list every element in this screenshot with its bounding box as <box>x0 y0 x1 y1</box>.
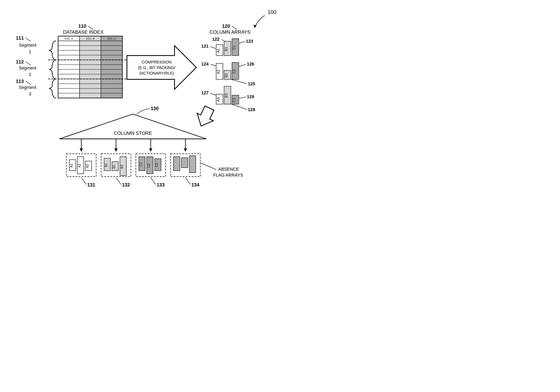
b1-label: B1 <box>224 47 228 51</box>
ref-124-line <box>210 64 216 66</box>
group-133-bars: C1 C2 C3 <box>139 157 161 174</box>
ref-124: 124 <box>201 61 209 66</box>
svg-rect-22 <box>80 74 101 79</box>
b3-label: B3 <box>224 93 228 98</box>
absence-flag-line1: ABSENCE <box>218 167 239 171</box>
segment-3-label: Segment <box>19 85 36 90</box>
a1-label: A1 <box>216 48 220 53</box>
ref-111: 111 <box>16 35 24 41</box>
a2-label: A2 <box>216 70 220 74</box>
svg-rect-25 <box>80 89 101 93</box>
compression-line3: DICTIONARY/RLE) <box>140 71 174 75</box>
ref-126: 126 <box>247 61 254 66</box>
svg-rect-34 <box>101 74 122 79</box>
c1-label: C1 <box>232 45 236 50</box>
svg-rect-18 <box>80 55 101 60</box>
g131-a2: A2 <box>78 164 81 168</box>
svg-rect-28 <box>101 46 122 50</box>
ref-122-line <box>222 40 225 42</box>
svg-rect-38 <box>101 93 122 98</box>
ref-131: 131 <box>87 182 95 188</box>
ref-133-line <box>151 178 156 184</box>
ref-125-line <box>231 79 247 84</box>
diagram-canvas: 100 110 DATABASE INDEX COL. A COL. B COL… <box>0 0 293 206</box>
figure-arrow <box>255 15 265 28</box>
svg-rect-7 <box>58 60 80 65</box>
svg-marker-54 <box>80 148 83 152</box>
g132-b3: B3 <box>120 165 124 169</box>
svg-rect-8 <box>58 65 80 70</box>
svg-rect-26 <box>80 93 101 98</box>
ref-129-line <box>239 97 246 98</box>
compression-line1: COMPRESSION <box>142 60 171 64</box>
svg-rect-12 <box>58 84 80 89</box>
svg-rect-9 <box>58 70 80 74</box>
g132-b1: B1 <box>104 163 108 167</box>
g133-c1: C1 <box>139 162 143 166</box>
ref-112: 112 <box>16 59 24 64</box>
ref-128: 128 <box>248 107 255 112</box>
ref-128-line <box>231 104 247 110</box>
svg-rect-14 <box>58 93 80 98</box>
ref-123-line <box>239 41 245 43</box>
b2-label: B2 <box>224 73 228 78</box>
ref-120: 120 <box>222 23 230 29</box>
ref-110: 110 <box>78 23 86 29</box>
ref-121: 121 <box>201 44 209 49</box>
svg-rect-33 <box>101 70 122 74</box>
svg-marker-60 <box>184 148 187 152</box>
array-row-3: A3 B3 C3 <box>216 86 239 104</box>
col-header-b: COL. B <box>86 37 95 40</box>
figure-ref-100: 100 <box>268 9 276 15</box>
svg-rect-15 <box>80 41 101 46</box>
ref-132-line <box>116 178 121 184</box>
a3-label: A3 <box>216 97 220 102</box>
svg-rect-16 <box>80 46 101 50</box>
svg-rect-4 <box>58 46 80 50</box>
brace-3 <box>49 79 56 98</box>
g131-a3: A3 <box>86 164 89 168</box>
svg-marker-56 <box>114 148 118 152</box>
svg-rect-21 <box>80 70 101 74</box>
svg-rect-36 <box>101 84 122 89</box>
group-134-bars <box>173 156 196 173</box>
svg-rect-23 <box>80 79 101 84</box>
g133-c2: C2 <box>147 164 150 168</box>
svg-marker-58 <box>149 148 152 152</box>
segment-3-num: 3 <box>29 91 31 96</box>
absence-flag-pointer <box>200 163 216 170</box>
svg-rect-19 <box>80 60 101 65</box>
svg-rect-17 <box>80 50 101 55</box>
g132-b2: B2 <box>112 165 116 169</box>
svg-rect-6 <box>58 55 80 60</box>
ref-126-line <box>239 64 246 66</box>
svg-rect-11 <box>58 79 80 84</box>
ref-130-curve <box>137 109 150 114</box>
ref-133: 133 <box>157 182 165 188</box>
ref-127-line <box>210 93 216 95</box>
ref-122: 122 <box>212 37 220 42</box>
svg-rect-72 <box>181 158 188 168</box>
svg-rect-32 <box>101 65 122 70</box>
segment-1-label: Segment <box>19 43 36 48</box>
ref-127: 127 <box>201 90 209 95</box>
svg-rect-37 <box>101 89 122 93</box>
col-header-c: COL. C <box>107 37 116 40</box>
down-arrow-shape <box>193 104 218 130</box>
array-row-1: A1 B1 C1 <box>216 39 239 56</box>
group-132-bars: B1 B2 B3 <box>104 157 126 176</box>
column-store-title: COLUMN STORE <box>114 131 152 136</box>
svg-rect-29 <box>101 50 122 55</box>
ref-111-tick <box>26 38 31 41</box>
ref-132: 132 <box>122 182 130 188</box>
ref-125: 125 <box>248 81 255 86</box>
ref-113-tick <box>26 81 31 84</box>
segment-2-num: 2 <box>29 72 31 77</box>
c2-label: C2 <box>232 69 236 74</box>
svg-rect-3 <box>58 41 80 46</box>
svg-rect-13 <box>58 89 80 93</box>
svg-rect-5 <box>58 50 80 55</box>
group-131-bars: A1 A2 A3 <box>70 157 92 174</box>
brace-2 <box>49 60 56 79</box>
absence-flag-line2: FLAG ARRAYS <box>213 173 243 178</box>
